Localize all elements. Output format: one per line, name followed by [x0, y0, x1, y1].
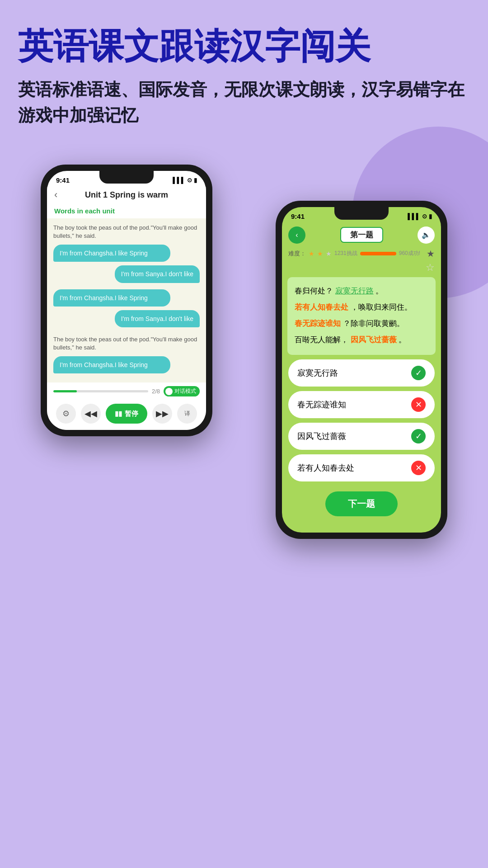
answer-option-2[interactable]: 春无踪迹谁知 ✕ [288, 391, 435, 418]
poem-blank-1: 寂寞无行路 [335, 287, 374, 295]
right-phone: 9:41 ▌▌▌ ⊙ ▮ ‹ 第一题 🔈 难度： ★ ★ ★ 1231挑战 [276, 201, 447, 539]
answer-text-4: 若有人知春去处 [297, 462, 354, 473]
progress-fill [53, 390, 77, 392]
bubble-row-2: I'm from Sanya.I don't like [53, 265, 200, 286]
play-icon: ▮▮ [115, 410, 122, 418]
phones-container: 9:41 ▌▌▌ ⊙ ▮ ‹ Unit 1 Spring is warm Wor… [0, 137, 488, 566]
chat-area: The boy took the peas out of the pod."Yo… [47, 218, 206, 383]
chat-text-2: The boy took the peas out of the pod."Yo… [53, 335, 200, 352]
back-button-left[interactable]: ‹ [54, 189, 57, 201]
poem-highlight-3: 春无踪迹谁知 [295, 319, 341, 328]
progress-area: 2/8 对话模式 [47, 382, 206, 399]
answer-option-4[interactable]: 若有人知春去处 ✕ [288, 454, 435, 481]
chat-bubble-4: I'm from Sanya.I don't like [115, 310, 200, 327]
challenge-progress [360, 252, 396, 255]
favorite-button[interactable]: ★ [427, 248, 435, 259]
back-button-right[interactable]: ‹ [288, 226, 305, 244]
poem-highlight-4: 因风飞过蔷薇 [351, 335, 397, 344]
poem-line-4: 百啭无人能解， 因风飞过蔷薇 。 [295, 332, 428, 348]
poem-line-2: 若有人知春去处 ，唤取归来同住。 [295, 300, 428, 315]
chat-bubble-1: I'm from Changsha.I like Spring [53, 245, 170, 262]
next-btn-row: 下一题 [282, 486, 441, 531]
phone-notch-left [99, 171, 154, 184]
chat-bubble-5: I'm from Changsha.I like Spring [53, 356, 170, 373]
poem-line-1: 春归何处？ 寂寞无行路 。 [295, 283, 428, 299]
challenge-count: 1231挑战 [334, 250, 357, 257]
difficulty-label: 难度： [288, 250, 306, 258]
star-1: ★ [309, 250, 314, 257]
dialog-mode-label: 对话模式 [174, 387, 196, 395]
main-title: 英语课文跟读汉字闯关 [18, 27, 470, 66]
answer-icon-2: ✕ [411, 397, 426, 412]
answer-icon-4: ✕ [411, 461, 426, 475]
sub-title: 英语标准语速、国际发音，无限次课文朗读，汉字易错字在游戏中加强记忆 [18, 77, 470, 128]
answer-option-3[interactable]: 因风飞过蔷薇 ✓ [288, 423, 435, 450]
toggle-indicator [165, 388, 173, 395]
signal-icon: ▌▌▌ [173, 177, 185, 184]
left-nav: ‹ Unit 1 Spring is warm [47, 187, 206, 204]
signal-icon-right: ▌▌▌ [408, 213, 420, 220]
progress-label: 2/8 [152, 388, 160, 395]
nav-title-left: Unit 1 Spring is warm [85, 190, 168, 200]
question-label: 第一题 [340, 227, 383, 243]
progress-track [53, 390, 148, 392]
battery-icon: ▮ [194, 177, 197, 184]
answer-icon-1: ✓ [411, 366, 426, 380]
settings-button[interactable]: ⚙ [56, 404, 76, 424]
empty-star-icon: ☆ [426, 262, 435, 274]
status-time-right: 9:41 [291, 212, 305, 220]
next-button[interactable]: ▶▶ [152, 404, 172, 424]
status-icons-left: ▌▌▌ ⊙ ▮ [173, 177, 197, 184]
bubble-row-4: I'm from Sanya.I don't like [53, 310, 200, 331]
wifi-icon-right: ⊙ [422, 213, 427, 220]
chat-bubble-3: I'm from Changsha.I like Spring [53, 289, 170, 307]
wifi-icon: ⊙ [187, 177, 192, 184]
phone-notch-right [334, 207, 389, 220]
translate-button[interactable]: 译 [177, 404, 197, 424]
bubble-row-5: I'm from Changsha.I like Spring [53, 356, 200, 373]
words-label: Words in each unit [47, 204, 206, 218]
left-phone: 9:41 ▌▌▌ ⊙ ▮ ‹ Unit 1 Spring is warm Wor… [41, 165, 212, 437]
poem-area: 春归何处？ 寂寞无行路 。 若有人知春去处 ，唤取归来同住。 春无踪迹谁知 ？除… [287, 277, 436, 355]
chat-text-1: The boy took the peas out of the pod."Yo… [53, 224, 200, 240]
success-count: 960成功! [399, 250, 420, 257]
header-section: 英语课文跟读汉字闯关 英语标准语速、国际发音，无限次课文朗读，汉字易错字在游戏中… [0, 0, 488, 137]
status-icons-right: ▌▌▌ ⊙ ▮ [408, 213, 432, 220]
dialog-mode-toggle[interactable]: 对话模式 [164, 386, 200, 396]
answer-text-3: 因风飞过蔷薇 [297, 431, 346, 442]
star-2: ★ [317, 250, 323, 257]
left-phone-screen: 9:41 ▌▌▌ ⊙ ▮ ‹ Unit 1 Spring is warm Wor… [47, 171, 206, 430]
answer-option-1[interactable]: 寂寞无行路 ✓ [288, 359, 435, 387]
bubble-row-3: I'm from Changsha.I like Spring [53, 289, 200, 307]
answer-text-1: 寂寞无行路 [297, 368, 338, 378]
right-phone-screen: 9:41 ▌▌▌ ⊙ ▮ ‹ 第一题 🔈 难度： ★ ★ ★ 1231挑战 [282, 207, 441, 533]
bottom-controls: ⚙ ◀◀ ▮▮ 暂停 ▶▶ 译 [47, 399, 206, 430]
answer-icon-3: ✓ [411, 429, 426, 443]
difficulty-row: 难度： ★ ★ ★ 1231挑战 960成功! ★ [282, 246, 441, 261]
poem-highlight-2: 若有人知春去处 [295, 303, 348, 311]
next-question-button[interactable]: 下一题 [325, 491, 398, 516]
chat-bubble-2: I'm from Sanya.I don't like [115, 265, 200, 283]
star-3: ★ [326, 250, 332, 257]
poem-line-3: 春无踪迹谁知 ？除非问取黄鹂。 [295, 316, 428, 331]
bubble-row-1: I'm from Changsha.I like Spring [53, 245, 200, 262]
battery-icon-right: ▮ [429, 213, 432, 220]
right-top-bar: ‹ 第一题 🔈 [282, 223, 441, 246]
star-row: ☆ [282, 262, 441, 274]
answer-text-2: 春无踪迹谁知 [297, 399, 346, 410]
audio-button[interactable]: 🔈 [418, 226, 435, 244]
status-time-left: 9:41 [56, 176, 70, 184]
play-label: 暂停 [125, 410, 138, 418]
play-pause-button[interactable]: ▮▮ 暂停 [106, 404, 147, 424]
prev-button[interactable]: ◀◀ [81, 404, 101, 424]
